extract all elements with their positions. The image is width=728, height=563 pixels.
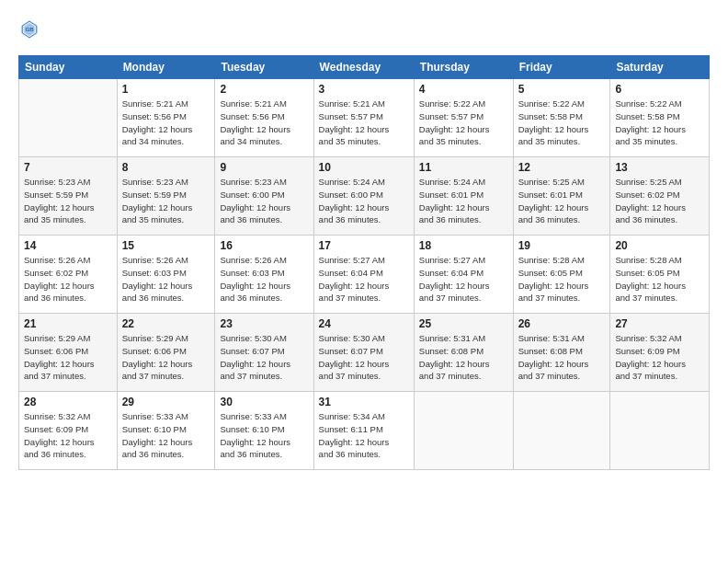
day-info: Sunrise: 5:24 AM Sunset: 6:00 PM Dayligh… (319, 176, 409, 226)
calendar-week-5: 28Sunrise: 5:32 AM Sunset: 6:09 PM Dayli… (19, 392, 710, 470)
day-info: Sunrise: 5:27 AM Sunset: 6:04 PM Dayligh… (319, 254, 409, 304)
calendar-cell: 4Sunrise: 5:22 AM Sunset: 5:57 PM Daylig… (414, 79, 513, 157)
calendar-cell: 22Sunrise: 5:29 AM Sunset: 6:06 PM Dayli… (117, 314, 215, 392)
day-number: 6 (615, 83, 704, 96)
day-number: 11 (419, 161, 508, 174)
day-info: Sunrise: 5:21 AM Sunset: 5:56 PM Dayligh… (122, 98, 210, 148)
day-info: Sunrise: 5:22 AM Sunset: 5:58 PM Dayligh… (615, 98, 704, 148)
day-info: Sunrise: 5:23 AM Sunset: 5:59 PM Dayligh… (24, 176, 112, 226)
calendar-cell: 28Sunrise: 5:32 AM Sunset: 6:09 PM Dayli… (19, 392, 118, 470)
calendar-cell: 12Sunrise: 5:25 AM Sunset: 6:01 PM Dayli… (513, 157, 610, 236)
calendar-header-row: SundayMondayTuesdayWednesdayThursdayFrid… (19, 56, 710, 79)
day-info: Sunrise: 5:29 AM Sunset: 6:06 PM Dayligh… (122, 332, 210, 383)
header-day-saturday: Saturday (610, 56, 710, 79)
day-info: Sunrise: 5:33 AM Sunset: 6:10 PM Dayligh… (220, 410, 308, 461)
day-info: Sunrise: 5:26 AM Sunset: 6:03 PM Dayligh… (220, 254, 308, 304)
calendar-cell (19, 79, 118, 157)
day-number: 21 (24, 317, 112, 330)
day-number: 12 (518, 161, 606, 174)
day-number: 22 (122, 317, 210, 330)
day-info: Sunrise: 5:23 AM Sunset: 6:00 PM Dayligh… (220, 176, 308, 226)
header-day-tuesday: Tuesday (215, 56, 313, 79)
calendar-cell: 11Sunrise: 5:24 AM Sunset: 6:01 PM Dayli… (414, 157, 513, 236)
day-number: 4 (419, 83, 508, 96)
calendar-cell: 10Sunrise: 5:24 AM Sunset: 6:00 PM Dayli… (313, 157, 414, 236)
calendar-cell: 6Sunrise: 5:22 AM Sunset: 5:58 PM Daylig… (610, 79, 710, 157)
day-info: Sunrise: 5:26 AM Sunset: 6:03 PM Dayligh… (122, 254, 210, 304)
day-info: Sunrise: 5:21 AM Sunset: 5:56 PM Dayligh… (220, 98, 308, 148)
day-info: Sunrise: 5:23 AM Sunset: 5:59 PM Dayligh… (122, 176, 210, 226)
day-info: Sunrise: 5:31 AM Sunset: 6:08 PM Dayligh… (518, 332, 606, 383)
day-info: Sunrise: 5:24 AM Sunset: 6:01 PM Dayligh… (419, 176, 508, 226)
day-info: Sunrise: 5:28 AM Sunset: 6:05 PM Dayligh… (518, 254, 606, 304)
day-number: 19 (518, 239, 606, 252)
logo-icon: GB (20, 18, 39, 40)
calendar-week-3: 14Sunrise: 5:26 AM Sunset: 6:02 PM Dayli… (19, 236, 710, 314)
calendar-cell: 19Sunrise: 5:28 AM Sunset: 6:05 PM Dayli… (513, 236, 610, 314)
day-number: 25 (419, 317, 508, 330)
calendar-cell: 8Sunrise: 5:23 AM Sunset: 5:59 PM Daylig… (117, 157, 215, 236)
calendar-cell: 20Sunrise: 5:28 AM Sunset: 6:05 PM Dayli… (610, 236, 710, 314)
calendar-cell (610, 392, 710, 470)
day-number: 24 (319, 317, 409, 330)
day-number: 16 (220, 239, 308, 252)
day-info: Sunrise: 5:25 AM Sunset: 6:01 PM Dayligh… (518, 176, 606, 226)
calendar-cell: 3Sunrise: 5:21 AM Sunset: 5:57 PM Daylig… (313, 79, 414, 157)
day-number: 5 (518, 83, 606, 96)
calendar-table: SundayMondayTuesdayWednesdayThursdayFrid… (18, 55, 710, 470)
day-info: Sunrise: 5:26 AM Sunset: 6:02 PM Dayligh… (24, 254, 112, 304)
day-number: 7 (24, 161, 112, 174)
day-number: 18 (419, 239, 508, 252)
day-number: 31 (319, 396, 409, 408)
calendar-cell: 29Sunrise: 5:33 AM Sunset: 6:10 PM Dayli… (117, 392, 215, 470)
day-number: 10 (319, 161, 409, 174)
day-info: Sunrise: 5:30 AM Sunset: 6:07 PM Dayligh… (220, 332, 308, 383)
svg-text:GB: GB (26, 26, 35, 32)
header-day-friday: Friday (513, 56, 610, 79)
header-day-sunday: Sunday (19, 56, 118, 79)
calendar-cell: 16Sunrise: 5:26 AM Sunset: 6:03 PM Dayli… (215, 236, 313, 314)
day-info: Sunrise: 5:30 AM Sunset: 6:07 PM Dayligh… (319, 332, 409, 383)
day-number: 13 (615, 161, 704, 174)
calendar-cell: 5Sunrise: 5:22 AM Sunset: 5:58 PM Daylig… (513, 79, 610, 157)
calendar-cell: 25Sunrise: 5:31 AM Sunset: 6:08 PM Dayli… (414, 314, 513, 392)
day-number: 8 (122, 161, 210, 174)
calendar-cell: 15Sunrise: 5:26 AM Sunset: 6:03 PM Dayli… (117, 236, 215, 314)
day-number: 3 (319, 83, 409, 96)
calendar-cell: 23Sunrise: 5:30 AM Sunset: 6:07 PM Dayli… (215, 314, 313, 392)
day-info: Sunrise: 5:28 AM Sunset: 6:05 PM Dayligh… (615, 254, 704, 304)
day-number: 28 (24, 396, 112, 408)
calendar-cell: 26Sunrise: 5:31 AM Sunset: 6:08 PM Dayli… (513, 314, 610, 392)
calendar-cell: 13Sunrise: 5:25 AM Sunset: 6:02 PM Dayli… (610, 157, 710, 236)
header-day-thursday: Thursday (414, 56, 513, 79)
day-number: 14 (24, 239, 112, 252)
calendar-cell: 2Sunrise: 5:21 AM Sunset: 5:56 PM Daylig… (215, 79, 313, 157)
day-info: Sunrise: 5:32 AM Sunset: 6:09 PM Dayligh… (24, 410, 112, 461)
day-number: 2 (220, 83, 308, 96)
calendar-cell: 31Sunrise: 5:34 AM Sunset: 6:11 PM Dayli… (313, 392, 414, 470)
calendar-cell: 14Sunrise: 5:26 AM Sunset: 6:02 PM Dayli… (19, 236, 118, 314)
day-number: 17 (319, 239, 409, 252)
calendar-cell: 24Sunrise: 5:30 AM Sunset: 6:07 PM Dayli… (313, 314, 414, 392)
day-number: 29 (122, 396, 210, 408)
header-day-monday: Monday (117, 56, 215, 79)
calendar-cell: 9Sunrise: 5:23 AM Sunset: 6:00 PM Daylig… (215, 157, 313, 236)
day-info: Sunrise: 5:21 AM Sunset: 5:57 PM Dayligh… (319, 98, 409, 148)
calendar-cell: 18Sunrise: 5:27 AM Sunset: 6:04 PM Dayli… (414, 236, 513, 314)
calendar-week-4: 21Sunrise: 5:29 AM Sunset: 6:06 PM Dayli… (19, 314, 710, 392)
calendar-cell (513, 392, 610, 470)
calendar-cell: 21Sunrise: 5:29 AM Sunset: 6:06 PM Dayli… (19, 314, 118, 392)
calendar-cell (414, 392, 513, 470)
day-number: 1 (122, 83, 210, 96)
calendar-cell: 27Sunrise: 5:32 AM Sunset: 6:09 PM Dayli… (610, 314, 710, 392)
calendar-cell: 30Sunrise: 5:33 AM Sunset: 6:10 PM Dayli… (215, 392, 313, 470)
day-number: 27 (615, 317, 704, 330)
day-number: 30 (220, 396, 308, 408)
day-info: Sunrise: 5:31 AM Sunset: 6:08 PM Dayligh… (419, 332, 508, 383)
day-number: 20 (615, 239, 704, 252)
day-number: 9 (220, 161, 308, 174)
day-info: Sunrise: 5:33 AM Sunset: 6:10 PM Dayligh… (122, 410, 210, 461)
day-info: Sunrise: 5:27 AM Sunset: 6:04 PM Dayligh… (419, 254, 508, 304)
calendar-cell: 7Sunrise: 5:23 AM Sunset: 5:59 PM Daylig… (19, 157, 118, 236)
calendar-week-1: 1Sunrise: 5:21 AM Sunset: 5:56 PM Daylig… (19, 79, 710, 157)
